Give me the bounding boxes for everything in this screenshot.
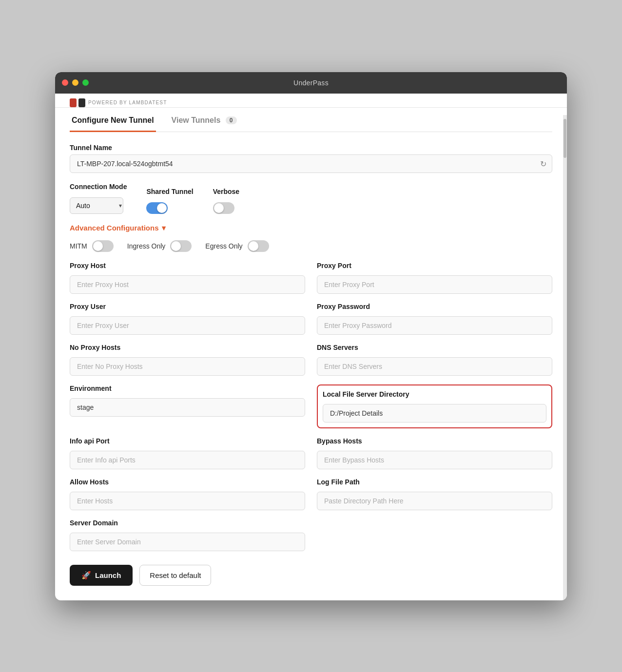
local-file-server-label: Local File Server Directory xyxy=(323,390,546,398)
log-file-path-label: Log File Path xyxy=(317,478,552,486)
local-file-server-group: Local File Server Directory xyxy=(317,384,552,428)
bypass-hosts-label: Bypass Hosts xyxy=(317,437,552,445)
dns-servers-group: DNS Servers xyxy=(317,344,552,376)
shared-tunnel-toggle-wrap xyxy=(146,202,193,214)
proxy-password-group: Proxy Password xyxy=(317,303,552,335)
logo-area: POWERED BY LAMBDATEST xyxy=(70,98,167,107)
environment-group: Environment xyxy=(70,384,305,428)
shared-tunnel-knob xyxy=(157,203,167,213)
connection-mode-select-wrap: Auto SSH WS HTTPS ▾ xyxy=(70,197,127,214)
tab-bar: Configure New Tunnel View Tunnels 0 xyxy=(70,108,552,132)
allow-hosts-group: Allow Hosts xyxy=(70,478,305,510)
log-file-path-group: Log File Path xyxy=(317,478,552,510)
proxy-user-group: Proxy User xyxy=(70,303,305,335)
verbose-label: Verbose xyxy=(213,188,239,195)
proxy-port-input[interactable] xyxy=(317,275,552,294)
scrollbar-thumb[interactable] xyxy=(564,119,566,158)
minimize-button[interactable] xyxy=(72,79,78,86)
connection-mode-select[interactable]: Auto SSH WS HTTPS xyxy=(70,197,123,214)
logo-icon xyxy=(70,98,85,107)
proxy-port-label: Proxy Port xyxy=(317,262,552,269)
rocket-icon: 🚀 xyxy=(81,571,91,580)
tunnel-name-section: Tunnel Name ↻ xyxy=(70,144,552,173)
server-domain-label: Server Domain xyxy=(70,519,305,527)
tunnel-name-input[interactable] xyxy=(70,154,552,173)
ingress-toggle-item: Ingress Only xyxy=(127,240,192,252)
tab-configure[interactable]: Configure New Tunnel xyxy=(70,108,156,132)
header-bar: POWERED BY LAMBDATEST xyxy=(55,94,567,108)
proxy-host-group: Proxy Host xyxy=(70,262,305,294)
mode-row: Connection Mode Auto SSH WS HTTPS ▾ Shar… xyxy=(70,183,552,214)
info-api-port-group: Info api Port xyxy=(70,437,305,469)
verbose-knob xyxy=(214,203,224,213)
button-row: 🚀 Launch Reset to default xyxy=(70,565,552,586)
title-bar: UnderPass xyxy=(55,72,567,94)
shared-tunnel-group: Shared Tunnel xyxy=(146,188,193,214)
proxy-password-input[interactable] xyxy=(317,316,552,335)
ingress-knob xyxy=(171,241,181,251)
bypass-hosts-group: Bypass Hosts xyxy=(317,437,552,469)
advanced-configurations-toggle[interactable]: Advanced Configurations ▾ xyxy=(70,224,166,232)
environment-label: Environment xyxy=(70,384,305,392)
proxy-host-label: Proxy Host xyxy=(70,262,305,269)
mitm-toggle[interactable] xyxy=(92,240,114,252)
window-controls xyxy=(62,79,89,86)
log-file-path-input[interactable] xyxy=(317,492,552,510)
no-proxy-hosts-label: No Proxy Hosts xyxy=(70,344,305,351)
egress-toggle-item: Egress Only xyxy=(205,240,269,252)
verbose-group: Verbose xyxy=(213,188,239,214)
shared-tunnel-toggle[interactable] xyxy=(146,202,168,214)
info-api-port-input[interactable] xyxy=(70,451,305,469)
mitm-knob xyxy=(93,241,103,251)
dns-servers-input[interactable] xyxy=(317,357,552,376)
scrollbar-track[interactable] xyxy=(563,115,567,600)
proxy-port-group: Proxy Port xyxy=(317,262,552,294)
close-button[interactable] xyxy=(62,79,68,86)
mitm-label: MITM xyxy=(70,242,87,250)
tunnel-name-label: Tunnel Name xyxy=(70,144,552,152)
proxy-user-label: Proxy User xyxy=(70,303,305,310)
maximize-button[interactable] xyxy=(82,79,89,86)
tab-view-tunnels[interactable]: View Tunnels 0 xyxy=(170,108,239,132)
tunnel-name-input-wrap: ↻ xyxy=(70,154,552,173)
allow-hosts-input[interactable] xyxy=(70,492,305,510)
advanced-toggles-row: MITM Ingress Only Egress Only xyxy=(70,240,552,252)
connection-mode-label: Connection Mode xyxy=(70,183,127,191)
info-api-port-label: Info api Port xyxy=(70,437,305,445)
environment-input[interactable] xyxy=(70,398,305,417)
proxy-user-input[interactable] xyxy=(70,316,305,335)
powered-by-label: POWERED BY LAMBDATEST xyxy=(88,100,167,105)
shared-tunnel-label: Shared Tunnel xyxy=(146,188,193,195)
no-proxy-hosts-group: No Proxy Hosts xyxy=(70,344,305,376)
proxy-host-input[interactable] xyxy=(70,275,305,294)
egress-knob xyxy=(249,241,258,251)
server-domain-input[interactable] xyxy=(70,533,305,551)
dns-servers-label: DNS Servers xyxy=(317,344,552,351)
fields-grid: Proxy Host Proxy Port Proxy User Proxy P… xyxy=(70,262,552,551)
ingress-label: Ingress Only xyxy=(127,242,166,250)
reset-button[interactable]: Reset to default xyxy=(139,565,211,586)
egress-label: Egress Only xyxy=(205,242,242,250)
chevron-down-icon: ▾ xyxy=(162,224,166,232)
ingress-toggle[interactable] xyxy=(170,240,192,252)
refresh-icon[interactable]: ↻ xyxy=(540,159,546,168)
view-tunnels-badge: 0 xyxy=(226,116,237,124)
verbose-toggle-wrap xyxy=(213,202,239,214)
logo-dot-1 xyxy=(70,98,77,107)
bypass-hosts-input[interactable] xyxy=(317,451,552,469)
verbose-toggle[interactable] xyxy=(213,202,234,214)
main-content: Configure New Tunnel View Tunnels 0 Tunn… xyxy=(55,108,567,600)
mitm-toggle-item: MITM xyxy=(70,240,114,252)
launch-button[interactable]: 🚀 Launch xyxy=(70,565,133,586)
window-title: UnderPass xyxy=(293,79,329,87)
no-proxy-hosts-input[interactable] xyxy=(70,357,305,376)
server-domain-group: Server Domain xyxy=(70,519,305,551)
proxy-password-label: Proxy Password xyxy=(317,303,552,310)
connection-mode-group: Connection Mode Auto SSH WS HTTPS ▾ xyxy=(70,183,127,214)
advanced-configurations-section: Advanced Configurations ▾ MITM Ingress O… xyxy=(70,224,552,252)
egress-toggle[interactable] xyxy=(248,240,269,252)
local-file-server-input[interactable] xyxy=(323,404,546,422)
allow-hosts-label: Allow Hosts xyxy=(70,478,305,486)
logo-dot-2 xyxy=(78,98,85,107)
